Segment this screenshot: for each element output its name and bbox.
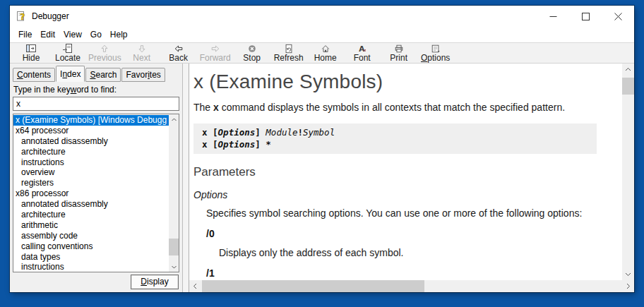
main-area: ContentsIndexSearchFavorites Type in the… bbox=[10, 64, 634, 292]
toolbar-button-label: Forward bbox=[200, 54, 231, 63]
toolbar-button-label: Options bbox=[421, 54, 450, 63]
tab-contents[interactable]: Contents bbox=[13, 68, 55, 82]
stop-icon bbox=[247, 44, 257, 54]
toolbar-button-previous: Previous bbox=[86, 43, 124, 63]
scroll-down-icon[interactable] bbox=[169, 262, 179, 272]
tab-search[interactable]: Search bbox=[85, 68, 121, 82]
locate-icon bbox=[62, 44, 73, 54]
toolbar-button-next: Next bbox=[124, 43, 160, 63]
sidebar-footer: Display bbox=[13, 272, 179, 292]
index-item[interactable]: annotated disassembly bbox=[13, 136, 169, 147]
menu-bar: FileEditViewGoHelp bbox=[10, 27, 634, 42]
refresh-icon bbox=[284, 44, 294, 54]
options-icon bbox=[431, 44, 441, 54]
toolbar-button-label: Home bbox=[314, 54, 337, 63]
scroll-up-icon[interactable] bbox=[622, 64, 634, 76]
hide-pane-icon bbox=[25, 44, 37, 54]
toolbar-button-label: Font bbox=[354, 54, 371, 63]
option-flag: /1 bbox=[206, 267, 622, 279]
horizontal-scroll-thumb[interactable] bbox=[202, 280, 424, 292]
index-item[interactable]: instructions bbox=[13, 262, 169, 272]
scroll-up-icon[interactable] bbox=[169, 114, 179, 124]
toolbar-button-label: Previous bbox=[88, 54, 121, 63]
debugger-window: ? Debugger FileEditViewGoHelp HideLocate… bbox=[10, 6, 634, 292]
toolbar-button-print[interactable]: Print bbox=[381, 43, 417, 63]
index-item[interactable]: registers bbox=[13, 178, 169, 188]
tab-favorites[interactable]: Favorites bbox=[121, 68, 165, 82]
menu-item-edit[interactable]: Edit bbox=[36, 28, 59, 42]
close-button[interactable] bbox=[602, 6, 634, 27]
tab-index[interactable]: Index bbox=[56, 66, 85, 82]
toolbar-button-locate[interactable]: Locate bbox=[49, 43, 86, 63]
menu-item-go[interactable]: Go bbox=[86, 28, 106, 42]
display-button[interactable]: Display bbox=[131, 275, 179, 289]
scroll-left-icon[interactable] bbox=[189, 280, 201, 292]
index-item[interactable]: assembly code bbox=[13, 231, 169, 241]
toolbar-button-label: Refresh bbox=[274, 54, 304, 63]
index-item[interactable]: data types bbox=[13, 252, 169, 263]
index-item[interactable]: architecture bbox=[13, 210, 169, 220]
index-scroll-thumb[interactable] bbox=[169, 239, 179, 255]
arrow-up-icon bbox=[100, 44, 109, 54]
printer-icon bbox=[394, 44, 404, 54]
font-icon: A bbox=[357, 44, 367, 54]
sidebar-tabs: ContentsIndexSearchFavorites bbox=[13, 65, 179, 82]
toolbar-button-label: Print bbox=[390, 54, 407, 63]
index-item[interactable]: instructions bbox=[13, 157, 169, 168]
help-file-icon: ? bbox=[16, 11, 27, 22]
index-item[interactable]: architecture bbox=[13, 147, 169, 157]
options-list: /0Displays only the address of each symb… bbox=[193, 228, 622, 280]
arrow-right-icon bbox=[210, 44, 220, 54]
index-item[interactable]: x64 processor bbox=[13, 126, 169, 136]
code-line: x [Options] Module!Symbol bbox=[202, 126, 590, 138]
window-title: Debugger bbox=[32, 11, 537, 21]
index-list-scrollbar[interactable] bbox=[169, 114, 179, 272]
toolbar-button-stop[interactable]: Stop bbox=[234, 43, 270, 63]
arrow-down-icon bbox=[137, 44, 147, 54]
toolbar-button-hide[interactable]: Hide bbox=[13, 43, 49, 63]
toolbar-button-options[interactable]: Options bbox=[417, 43, 454, 63]
navigation-pane: ContentsIndexSearchFavorites Type in the… bbox=[10, 64, 182, 292]
home-icon bbox=[321, 44, 330, 54]
option-flag: /0 bbox=[206, 228, 622, 239]
vertical-scroll-thumb[interactable] bbox=[622, 78, 634, 95]
toolbar: HideLocatePreviousNextBackForwardStopRef… bbox=[10, 42, 634, 64]
index-item[interactable]: x86 processor bbox=[13, 188, 169, 199]
toolbar-button-font[interactable]: AFont bbox=[344, 43, 381, 63]
minimize-button[interactable] bbox=[537, 6, 569, 27]
keyword-label: Type in the keyword to find: bbox=[13, 85, 179, 95]
toolbar-button-refresh[interactable]: Refresh bbox=[270, 43, 307, 63]
toolbar-button-home[interactable]: Home bbox=[307, 43, 344, 63]
toolbar-button-back[interactable]: Back bbox=[160, 43, 197, 63]
vertical-scrollbar[interactable] bbox=[622, 64, 634, 280]
code-line: x [Options] * bbox=[202, 138, 590, 150]
index-items: x (Examine Symbols) [Windows Debuggx64 p… bbox=[13, 115, 169, 272]
menu-item-help[interactable]: Help bbox=[106, 28, 132, 42]
topic-content: x (Examine Symbols) The x command displa… bbox=[189, 64, 622, 280]
topic-title: x (Examine Symbols) bbox=[193, 71, 622, 93]
index-item[interactable]: arithmetic bbox=[13, 220, 169, 231]
maximize-button[interactable] bbox=[569, 6, 602, 27]
menu-item-file[interactable]: File bbox=[14, 28, 36, 42]
index-item[interactable]: calling conventions bbox=[13, 241, 169, 252]
toolbar-button-label: Hide bbox=[23, 54, 40, 63]
arrow-left-icon bbox=[174, 44, 184, 54]
svg-text:?: ? bbox=[20, 12, 25, 22]
index-list: x (Examine Symbols) [Windows Debuggx64 p… bbox=[13, 114, 179, 272]
pane-splitter[interactable] bbox=[182, 64, 189, 292]
horizontal-scrollbar[interactable] bbox=[189, 280, 634, 292]
option-description: Displays only the address of each symbol… bbox=[219, 247, 622, 258]
menu-item-view[interactable]: View bbox=[59, 28, 86, 42]
scroll-down-icon[interactable] bbox=[622, 268, 634, 280]
keyword-input[interactable] bbox=[13, 97, 179, 111]
title-bar: ? Debugger bbox=[10, 6, 634, 27]
scroll-right-icon[interactable] bbox=[622, 280, 634, 292]
index-item[interactable]: x (Examine Symbols) [Windows Debugg bbox=[13, 115, 169, 126]
index-item[interactable]: annotated disassembly bbox=[13, 199, 169, 210]
parameters-heading: Parameters bbox=[193, 165, 622, 179]
topic-pane: x (Examine Symbols) The x command displa… bbox=[189, 64, 634, 292]
index-item[interactable]: overview bbox=[13, 167, 169, 178]
toolbar-button-label: Next bbox=[133, 54, 150, 63]
toolbar-button-label: Back bbox=[169, 54, 188, 63]
intro-paragraph: The x command displays the symbols in al… bbox=[193, 102, 597, 113]
